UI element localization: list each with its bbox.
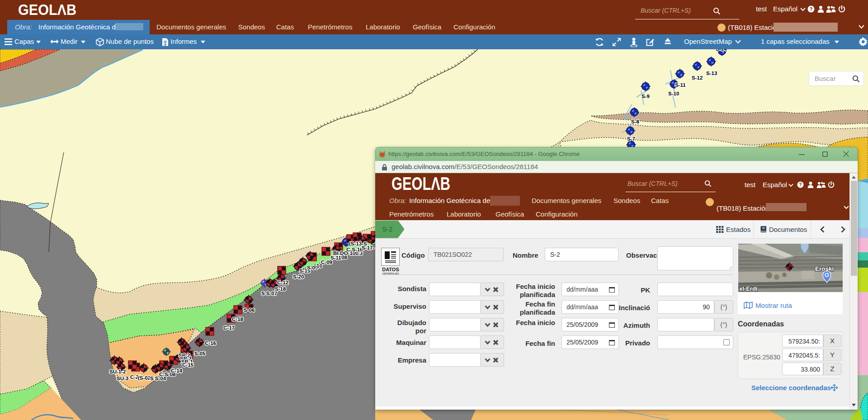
svg-text:GEOLΛB: GEOLΛB <box>18 3 76 17</box>
svg-text:S-12: S-12 <box>692 75 703 80</box>
svg-text:C-S-16: C-S-16 <box>346 247 363 252</box>
svg-text:?: ? <box>799 182 802 187</box>
svg-text:GEOLΛB: GEOLΛB <box>392 176 450 192</box>
svg-text:S-10: S-10 <box>668 91 679 96</box>
svg-text:C-16: C-16 <box>205 340 216 346</box>
svg-text:S-05: S-05 <box>194 351 206 356</box>
svg-text:SU-1-2: SU-1-2 <box>109 369 126 374</box>
svg-text:S-18: S-18 <box>275 286 286 292</box>
svg-text:S-8: S-8 <box>631 119 640 124</box>
svg-text:C-17: C-17 <box>223 325 235 330</box>
svg-text:SU-3: SU-3 <box>117 376 128 381</box>
svg-text:(S-02: (S-02 <box>138 375 151 381</box>
svg-text:S-13: S-13 <box>706 71 717 76</box>
svg-text:S-7: S-7 <box>627 136 635 142</box>
svg-text:?: ? <box>810 6 813 12</box>
svg-text:C-12: C-12 <box>277 280 288 285</box>
svg-text:C-15: C-15 <box>182 362 194 368</box>
svg-text:Eroski: Eroski <box>815 265 834 272</box>
svg-text:S-06: S-06 <box>244 307 255 313</box>
svg-text:C-14: C-14 <box>171 368 183 373</box>
svg-text:xI-Erdi: xI-Erdi <box>739 285 757 292</box>
svg-text:S-11: S-11 <box>675 82 686 88</box>
svg-text:S-9: S-9 <box>642 94 650 99</box>
svg-text:C-18: C-18 <box>232 316 244 322</box>
svg-text:S-2: S-2 <box>382 225 392 233</box>
svg-text:(S-13-S: (S-13-S <box>349 241 367 246</box>
svg-text:S-20: S-20 <box>293 274 304 279</box>
